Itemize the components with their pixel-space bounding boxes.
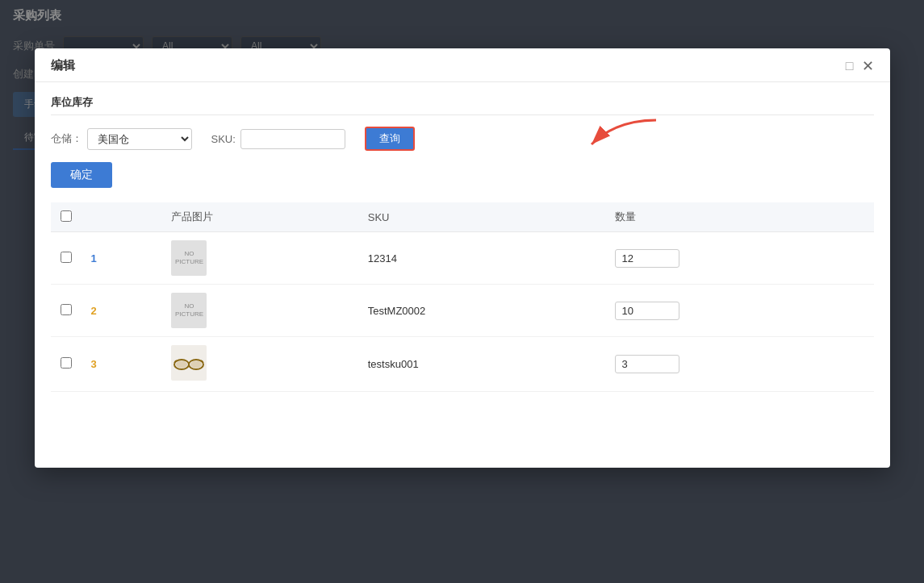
- row1-sku: 12314: [358, 232, 605, 285]
- row3-checkbox[interactable]: [61, 357, 72, 369]
- modal-title: 编辑: [51, 58, 75, 73]
- modal-header: 编辑 □ ✕: [35, 48, 890, 82]
- table-header-row: 产品图片 SKU 数量: [51, 202, 874, 232]
- row1-img: NO PICTURE: [161, 232, 357, 285]
- row1-num: 1: [82, 232, 162, 285]
- warehouse-label: 仓储：: [51, 131, 82, 146]
- modal-restore-button[interactable]: □: [846, 59, 854, 73]
- row1-qty: [605, 232, 874, 285]
- warehouse-field: 仓储： 美国仓: [51, 128, 192, 150]
- row1-checkbox[interactable]: [61, 252, 72, 263]
- modal-body: 库位库存 仓储： 美国仓 SKU: 查询: [35, 82, 890, 405]
- row3-img: [161, 337, 357, 392]
- result-table: 产品图片 SKU 数量 1: [51, 202, 874, 392]
- select-all-checkbox[interactable]: [61, 210, 72, 222]
- table-row: 3: [51, 337, 874, 392]
- confirm-button[interactable]: 确定: [51, 162, 112, 188]
- row2-num: 2: [82, 285, 162, 337]
- section-title: 库位库存: [51, 95, 874, 115]
- warehouse-select[interactable]: 美国仓: [87, 128, 192, 150]
- modal-overlay: 编辑 □ ✕ 库位库存 仓储： 美国仓: [0, 0, 924, 583]
- th-qty: 数量: [605, 202, 874, 232]
- row1-qty-input[interactable]: [615, 249, 679, 268]
- row1-cb: [51, 232, 82, 285]
- row2-qty-input[interactable]: [615, 302, 679, 320]
- table-body: 1 NO PICTURE 12314: [51, 232, 874, 392]
- row3-qty: [605, 337, 874, 392]
- row3-num: 3: [82, 337, 162, 392]
- row3-qty-input[interactable]: [615, 355, 679, 373]
- form-row: 仓储： 美国仓 SKU: 查询: [51, 127, 874, 151]
- sku-field: SKU:: [211, 129, 345, 149]
- form-section: 仓储： 美国仓 SKU: 查询: [51, 127, 874, 151]
- th-sku: SKU: [358, 202, 605, 232]
- row3-sku: testsku001: [358, 337, 605, 392]
- row2-no-picture: NO PICTURE: [171, 293, 207, 328]
- row3-product-image: [171, 345, 207, 381]
- sku-label: SKU:: [211, 133, 236, 145]
- row2-cb: [51, 285, 82, 337]
- row2-checkbox[interactable]: [61, 304, 72, 315]
- sku-input[interactable]: [240, 129, 345, 149]
- svg-point-5: [190, 361, 202, 369]
- th-checkbox: [51, 202, 82, 232]
- th-product-img: 产品图片: [161, 202, 357, 232]
- modal-header-buttons: □ ✕: [846, 59, 874, 73]
- modal-close-button[interactable]: ✕: [862, 59, 874, 73]
- row3-cb: [51, 337, 82, 392]
- row1-no-picture: NO PICTURE: [171, 240, 207, 276]
- table-row: 2 NO PICTURE TestMZ0002: [51, 285, 874, 337]
- edit-modal: 编辑 □ ✕ 库位库存 仓储： 美国仓: [35, 48, 890, 468]
- row2-qty: [605, 285, 874, 337]
- row2-sku: TestMZ0002: [358, 285, 605, 337]
- table-row: 1 NO PICTURE 12314: [51, 232, 874, 285]
- th-num: [82, 202, 162, 232]
- svg-point-4: [176, 361, 187, 369]
- modal-query-button[interactable]: 查询: [365, 127, 415, 151]
- row2-img: NO PICTURE: [161, 285, 357, 337]
